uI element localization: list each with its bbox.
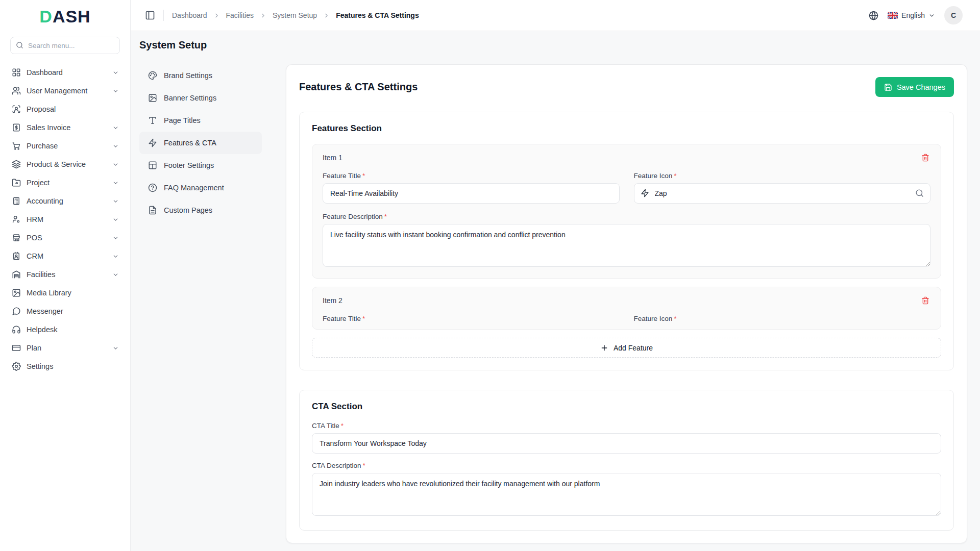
help-circle-icon <box>148 183 157 192</box>
sidebar-item-plan[interactable]: Plan <box>6 339 124 357</box>
logo[interactable]: DASH <box>0 0 130 33</box>
features-cta-panel: Features & CTA Settings Save Changes Fea… <box>286 64 967 543</box>
language-label: English <box>901 11 925 19</box>
panel-left-icon <box>145 10 155 20</box>
sidebar-item-messenger[interactable]: Messenger <box>6 302 124 320</box>
cta-title-input[interactable] <box>312 433 941 454</box>
message-icon <box>11 307 21 316</box>
search-icon[interactable] <box>915 189 924 199</box>
users-icon <box>11 86 21 96</box>
dashboard-grid-icon <box>11 68 21 78</box>
sidebar-item-label: Sales Invoice <box>27 123 107 132</box>
chevron-down-icon <box>112 198 119 205</box>
gear-icon <box>11 362 21 371</box>
sidebar-nav: Dashboard User Management Proposal Sales… <box>0 61 130 378</box>
trash-icon <box>921 296 929 305</box>
subnav-item-footer-settings[interactable]: Footer Settings <box>139 154 262 177</box>
sidebar-item-label: Dashboard <box>27 68 107 77</box>
breadcrumb: Dashboard Facilities System Setup Featur… <box>172 11 419 19</box>
invoice-icon <box>11 123 21 133</box>
sidebar-item-pos[interactable]: POS <box>6 229 124 247</box>
subnav-item-label: Features & CTA <box>164 139 216 147</box>
add-feature-label: Add Feature <box>614 344 653 352</box>
headphones-icon <box>11 325 21 335</box>
breadcrumb-system-setup[interactable]: System Setup <box>273 11 317 19</box>
sidebar-item-label: Proposal <box>27 105 119 113</box>
scan-user-icon <box>11 105 21 114</box>
uk-flag-icon <box>888 12 898 19</box>
sidebar-item-label: Product & Service <box>27 160 107 168</box>
palette-icon <box>148 71 157 80</box>
sidebar-item-facilities[interactable]: Facilities <box>6 265 124 284</box>
chevron-down-icon <box>112 88 119 94</box>
type-icon <box>148 116 157 125</box>
sidebar-item-label: Accounting <box>27 197 107 205</box>
required-mark: * <box>384 213 387 220</box>
subnav-item-faq-management[interactable]: FAQ Management <box>139 177 262 199</box>
sidebar-item-dashboard[interactable]: Dashboard <box>6 63 124 82</box>
chevron-down-icon <box>112 253 119 260</box>
chevron-down-icon <box>112 345 119 352</box>
cta-section-heading: CTA Section <box>312 402 941 412</box>
feature-description-textarea[interactable]: Live facility status with instant bookin… <box>323 224 930 267</box>
sidebar-item-crm[interactable]: CRM <box>6 247 124 265</box>
breadcrumb-facilities[interactable]: Facilities <box>226 11 254 19</box>
sidebar-item-label: Helpdesk <box>27 325 119 334</box>
subnav-item-brand-settings[interactable]: Brand Settings <box>139 64 262 87</box>
cta-description-textarea[interactable]: Join industry leaders who have revolutio… <box>312 473 941 516</box>
add-feature-button[interactable]: Add Feature <box>312 338 941 358</box>
sidebar-item-user-management[interactable]: User Management <box>6 82 124 100</box>
search-input[interactable] <box>10 37 120 54</box>
required-mark: * <box>362 172 365 180</box>
feature-description-label: Feature Description* <box>323 213 930 220</box>
sidebar-search <box>10 37 120 54</box>
required-mark: * <box>363 462 365 469</box>
subnav-item-label: Page Titles <box>164 116 201 124</box>
sidebar-item-proposal[interactable]: Proposal <box>6 100 124 118</box>
subnav-item-custom-pages[interactable]: Custom Pages <box>139 199 262 221</box>
sidebar-item-label: Purchase <box>27 142 107 150</box>
avatar[interactable]: C <box>944 6 963 24</box>
subnav-item-label: Banner Settings <box>164 94 216 102</box>
subnav-item-features-cta[interactable]: Features & CTA <box>139 132 262 154</box>
sidebar-item-project[interactable]: Project <box>6 173 124 192</box>
sidebar-item-media-library[interactable]: Media Library <box>6 284 124 302</box>
sidebar-item-accounting[interactable]: Accounting <box>6 192 124 210</box>
chevron-right-icon <box>260 12 266 19</box>
subnav-item-label: Brand Settings <box>164 71 212 80</box>
sidebar-item-product-service[interactable]: Product & Service <box>6 155 124 173</box>
save-icon <box>884 83 892 91</box>
delete-feature-button[interactable] <box>920 295 930 306</box>
language-selector[interactable]: English <box>888 11 935 19</box>
feature-title-input[interactable] <box>323 183 620 204</box>
sidebar-item-label: Facilities <box>27 270 107 279</box>
cta-section: CTA Section CTA Title* CTA Description* … <box>299 390 954 531</box>
feature-title-label: Feature Title* <box>323 315 620 322</box>
layers-icon <box>11 160 21 169</box>
person-badge-icon <box>11 215 21 224</box>
sidebar-item-settings[interactable]: Settings <box>6 357 124 375</box>
sidebar-toggle-button[interactable] <box>145 10 155 20</box>
save-changes-button[interactable]: Save Changes <box>875 77 954 97</box>
credit-card-icon <box>11 343 21 353</box>
sidebar-item-sales-invoice[interactable]: Sales Invoice <box>6 118 124 137</box>
chevron-down-icon <box>112 180 119 186</box>
layout-icon <box>148 161 157 170</box>
breadcrumb-dashboard[interactable]: Dashboard <box>172 11 207 19</box>
chevron-down-icon <box>928 12 935 19</box>
sidebar-item-purchase[interactable]: Purchase <box>6 137 124 155</box>
sidebar-item-label: Settings <box>27 362 119 370</box>
feature-icon-input[interactable] <box>634 183 931 204</box>
folder-icon <box>11 178 21 188</box>
subnav-item-page-titles[interactable]: Page Titles <box>139 109 262 132</box>
required-mark: * <box>674 172 676 180</box>
sidebar-item-label: Plan <box>27 344 107 352</box>
chevron-down-icon <box>112 271 119 278</box>
zap-icon <box>641 189 649 199</box>
image-icon <box>11 288 21 298</box>
sidebar-item-hrm[interactable]: HRM <box>6 210 124 229</box>
subnav-item-banner-settings[interactable]: Banner Settings <box>139 87 262 109</box>
delete-feature-button[interactable] <box>920 153 930 163</box>
sidebar-item-helpdesk[interactable]: Helpdesk <box>6 320 124 339</box>
feature-title-label: Feature Title* <box>323 172 620 180</box>
